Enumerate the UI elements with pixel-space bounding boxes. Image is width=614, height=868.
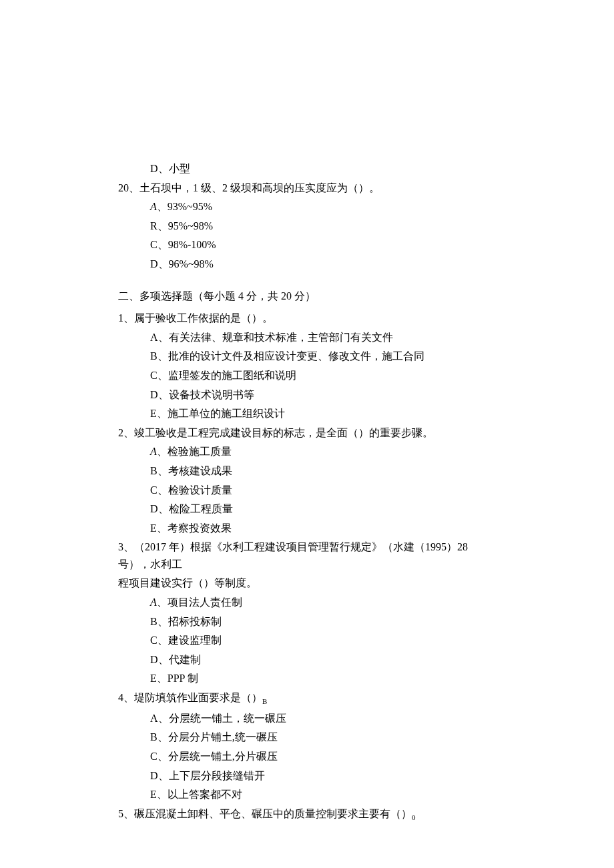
- mq5-text-wrapper: 5、碾压混凝土卸料、平仓、碾压中的质量控制要求主要有（）0: [118, 805, 497, 824]
- mq2-option-e: E、考察投资效果: [118, 520, 497, 537]
- mq4-option-b: B、分层分片铺土,统一碾压: [118, 729, 497, 746]
- mq4-option-d: D、上下层分段接缝错开: [118, 767, 497, 785]
- q20-option-c: C、98%-100%: [118, 236, 497, 254]
- mq2-option-a-text: 、检验施工质量: [157, 446, 232, 457]
- mq5-sub-0: 0: [412, 813, 416, 821]
- mq3-option-a-text: 、项目法人责任制: [157, 596, 242, 608]
- q20-option-a: A、93%~95%: [118, 198, 497, 215]
- mq2-option-b: B、考核建设成果: [118, 462, 497, 480]
- mq2-option-a-prefix: A: [150, 446, 157, 457]
- mq1-option-b: B、批准的设计文件及相应设计变更、修改文件，施工合同: [118, 348, 497, 365]
- mq1-option-e: E、施工单位的施工组织设计: [118, 405, 497, 422]
- mq4-option-a: A、分层统一铺土，统一碾压: [118, 710, 497, 727]
- mq1-option-c: C、监理签发的施工图纸和说明: [118, 367, 497, 384]
- section2-title: 二、多项选择题（每小题 4 分，共 20 分）: [118, 288, 497, 305]
- q20-option-b: R、95%~98%: [118, 218, 497, 235]
- mq2-option-a: A、检验施工质量: [118, 443, 497, 460]
- mq3-option-c: C、建设监理制: [118, 632, 497, 649]
- mq2-option-d: D、检险工程质量: [118, 500, 497, 518]
- mq3-option-d: D、代建制: [118, 651, 497, 669]
- mq4-option-c: C、分层统一铺土,分片碾压: [118, 748, 497, 765]
- mq1-option-d: D、设备技术说明书等: [118, 386, 497, 404]
- mq3-option-e: E、PPP 制: [118, 670, 497, 687]
- mq3-text-line2: 程项目建设实行（）等制度。: [118, 574, 497, 592]
- q20-text: 20、土石坝中，1 级、2 级坝和高坝的压实度应为（）。: [118, 179, 497, 197]
- mq4-option-e: E、以上答案都不对: [118, 786, 497, 803]
- mq4-text: 4、堤防填筑作业面要求是（）: [118, 692, 262, 703]
- mq5-text: 5、碾压混凝土卸料、平仓、碾压中的质量控制要求主要有（）: [118, 808, 412, 819]
- mq3-text-line1: 3、（2017 年）根据《水利工程建设项目管理暂行规定》（水建（1995）28 …: [118, 538, 497, 572]
- q19-option-d: D、小型: [118, 160, 497, 177]
- q20-option-a-prefix: A: [150, 201, 157, 212]
- mq2-option-c: C、检验设计质量: [118, 482, 497, 499]
- mq4-sub-b: B: [262, 697, 267, 705]
- q20-option-a-text: 、93%~95%: [157, 201, 212, 212]
- mq3-option-a-prefix: A: [150, 596, 157, 608]
- q20-option-d: D、96%~98%: [118, 256, 497, 273]
- mq4-text-wrapper: 4、堤防填筑作业面要求是（）B: [118, 689, 497, 708]
- mq3-option-b: B、招标投标制: [118, 613, 497, 630]
- mq2-text: 2、竣工验收是工程完成建设目标的标志，是全面（）的重要步骤。: [118, 424, 497, 442]
- mq1-text: 1、属于验收工作依据的是（）。: [118, 310, 497, 327]
- mq3-option-a: A、项目法人责任制: [118, 594, 497, 611]
- mq1-option-a: A、有关法律、规章和技术标准，主管部门有关文件: [118, 329, 497, 346]
